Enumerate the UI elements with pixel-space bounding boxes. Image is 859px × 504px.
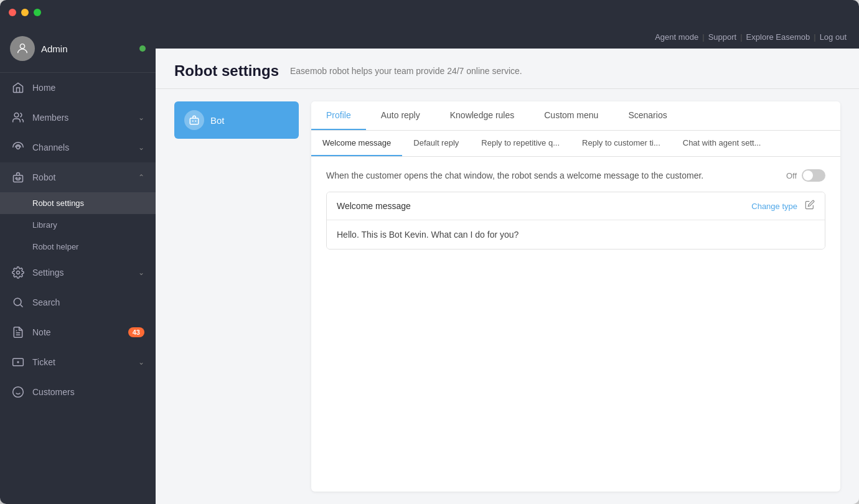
main-tabs: Profile Auto reply Knowledge rules Custo… (311, 101, 840, 131)
edit-icon[interactable] (805, 200, 815, 212)
robot-chevron: ⌃ (138, 173, 144, 182)
library-label: Library (32, 220, 57, 230)
admin-name: Admin (41, 44, 133, 54)
sidebar-item-search[interactable]: Search (0, 287, 156, 317)
sub-nav-robot-settings[interactable]: Robot settings (0, 192, 156, 214)
settings-icon (11, 266, 25, 279)
svg-point-11 (13, 387, 24, 398)
message-card-body: Hello. This is Bot Kevin. What can I do … (327, 220, 825, 249)
traffic-lights (9, 9, 41, 16)
members-label: Members (32, 113, 131, 123)
online-indicator (139, 45, 146, 52)
toggle-row: Off (786, 169, 825, 182)
sidebar-item-customers[interactable]: Customers (0, 377, 156, 407)
members-chevron: ⌄ (138, 113, 144, 122)
sidebar-item-settings[interactable]: Settings ⌄ (0, 258, 156, 287)
app-window: Admin Home Members ⌄ (0, 0, 859, 504)
logout-link[interactable]: Log out (820, 32, 847, 42)
sidebar-item-channels[interactable]: Channels ⌄ (0, 133, 156, 162)
message-card: Welcome message Change type (326, 192, 825, 250)
sub-tab-reply-customer[interactable]: Reply to customer ti... (571, 131, 672, 156)
welcome-info-text: When the customer opens the chat window,… (326, 170, 786, 180)
customers-label: Customers (32, 387, 144, 397)
channels-label: Channels (32, 142, 131, 152)
app-body: Admin Home Members ⌄ (0, 25, 859, 504)
home-icon (11, 81, 25, 95)
tab-profile[interactable]: Profile (311, 101, 366, 130)
members-icon (11, 111, 25, 124)
bot-name: Bot (210, 115, 225, 126)
page-title: Robot settings (174, 62, 279, 80)
robot-label: Robot (32, 172, 131, 182)
robot-helper-label: Robot helper (32, 242, 78, 251)
svg-point-0 (20, 44, 24, 49)
svg-point-4 (16, 177, 17, 179)
svg-point-1 (14, 113, 19, 118)
change-type-link[interactable]: Change type (751, 202, 797, 211)
sub-tab-welcome-message[interactable]: Welcome message (311, 131, 402, 156)
sub-tabs: Welcome message Default reply Reply to r… (311, 131, 840, 157)
sidebar-item-robot[interactable]: Robot ⌃ (0, 162, 156, 192)
robot-settings-label: Robot settings (32, 198, 84, 208)
channels-icon (11, 141, 25, 154)
message-card-actions: Change type (751, 200, 815, 212)
svg-point-15 (192, 120, 194, 121)
svg-point-6 (17, 271, 20, 274)
page-subtitle: Easemob robot helps your team provide 24… (290, 66, 522, 76)
svg-rect-14 (190, 118, 199, 124)
sub-tab-reply-repetitive[interactable]: Reply to repetitive q... (470, 131, 571, 156)
support-link[interactable]: Support (708, 32, 737, 42)
svg-point-5 (19, 177, 21, 179)
customers-icon (11, 385, 25, 399)
ticket-label: Ticket (32, 357, 131, 367)
page-header: Robot settings Easemob robot helps your … (156, 49, 859, 89)
svg-rect-3 (14, 175, 23, 182)
note-label: Note (32, 327, 121, 337)
note-icon (11, 325, 25, 339)
sub-tab-chat-agent[interactable]: Chat with agent sett... (672, 131, 772, 156)
avatar (10, 36, 35, 61)
tab-knowledge-rules[interactable]: Knowledge rules (435, 101, 530, 130)
sub-tab-default-reply[interactable]: Default reply (402, 131, 470, 156)
panel-content: When the customer opens the chat window,… (311, 157, 840, 492)
tab-custom-menu[interactable]: Custom menu (529, 101, 613, 130)
svg-point-2 (17, 146, 20, 149)
settings-label: Settings (32, 268, 131, 278)
note-badge: 43 (128, 327, 144, 337)
welcome-toggle[interactable] (802, 169, 825, 182)
main-content: Agent mode | Support | Explore Easemob |… (156, 25, 859, 504)
maximize-button[interactable] (34, 9, 41, 16)
sidebar-item-note[interactable]: Note 43 (0, 317, 156, 347)
close-button[interactable] (9, 9, 16, 16)
sub-nav-library[interactable]: Library (0, 214, 156, 236)
toggle-label: Off (786, 171, 797, 180)
search-label: Search (32, 297, 144, 307)
svg-point-16 (195, 120, 196, 121)
bot-item[interactable]: Bot (174, 101, 299, 139)
sidebar-item-ticket[interactable]: Ticket ⌄ (0, 347, 156, 377)
svg-point-7 (14, 298, 21, 306)
settings-panel: Profile Auto reply Knowledge rules Custo… (311, 101, 840, 492)
sidebar-item-members[interactable]: Members ⌄ (0, 103, 156, 133)
sidebar-item-home[interactable]: Home (0, 73, 156, 103)
bot-list-panel: Bot (174, 101, 299, 492)
ticket-chevron: ⌄ (138, 358, 144, 366)
tab-auto-reply[interactable]: Auto reply (366, 101, 435, 130)
search-icon (11, 296, 25, 309)
explore-link[interactable]: Explore Easemob (746, 32, 810, 42)
sidebar-header: Admin (0, 25, 156, 73)
minimize-button[interactable] (21, 9, 29, 16)
welcome-info-row: When the customer opens the chat window,… (326, 169, 825, 182)
sub-nav-robot-helper[interactable]: Robot helper (0, 236, 156, 258)
tab-scenarios[interactable]: Scenarios (613, 101, 682, 130)
bot-avatar (184, 110, 204, 130)
agent-mode-link[interactable]: Agent mode (655, 32, 698, 42)
ticket-icon (11, 355, 25, 369)
message-text: Hello. This is Bot Kevin. What can I do … (337, 230, 519, 240)
home-label: Home (32, 83, 144, 93)
content-wrapper: Bot Profile Auto reply Knowledge rules C… (156, 89, 859, 504)
sidebar: Admin Home Members ⌄ (0, 25, 156, 504)
robot-icon (11, 170, 25, 184)
top-bar: Agent mode | Support | Explore Easemob |… (156, 25, 859, 49)
settings-chevron: ⌄ (138, 268, 144, 277)
